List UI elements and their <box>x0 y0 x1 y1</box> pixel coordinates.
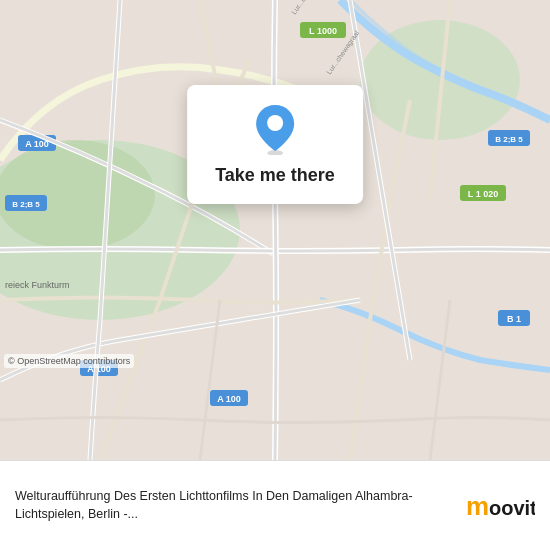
place-name-text: Welturaufführung Des Ersten Lichttonfilm… <box>15 488 453 523</box>
osm-attribution: © OpenStreetMap contributors <box>4 354 134 368</box>
svg-text:m: m <box>466 491 489 521</box>
place-info: Welturaufführung Des Ersten Lichttonfilm… <box>15 488 453 523</box>
svg-text:B 2;B 5: B 2;B 5 <box>12 200 40 209</box>
svg-text:L 1 020: L 1 020 <box>468 189 498 199</box>
location-pin-icon <box>253 103 297 155</box>
bottom-panel: Welturaufführung Des Ersten Lichttonfilm… <box>0 460 550 550</box>
map-container: A 100 B 2;B 5 B 2;B 5 L 1000 L 1 020 A 1… <box>0 0 550 460</box>
svg-text:B 2;B 5: B 2;B 5 <box>495 135 523 144</box>
svg-text:A 100: A 100 <box>25 139 49 149</box>
svg-text:oovit: oovit <box>489 497 535 519</box>
svg-text:B 1: B 1 <box>507 314 521 324</box>
moovit-logo: m oovit <box>465 491 535 521</box>
svg-text:L 1000: L 1000 <box>309 26 337 36</box>
popup-card: Take me there <box>187 85 363 204</box>
svg-text:reieck Funkturm: reieck Funkturm <box>5 280 70 290</box>
svg-text:A 100: A 100 <box>217 394 241 404</box>
take-me-there-button[interactable]: Take me there <box>215 165 335 186</box>
svg-point-24 <box>267 115 283 131</box>
moovit-logo-svg: m oovit <box>465 491 535 521</box>
